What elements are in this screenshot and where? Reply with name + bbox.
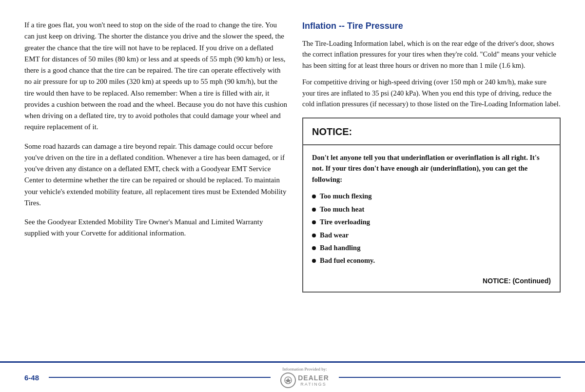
footer-divider-left: [49, 377, 271, 378]
bullet-icon: [312, 208, 316, 212]
footer-logo: Information Provided by: DEALER RATINGS: [280, 367, 329, 388]
notice-body-text: Don't let anyone tell you that underinfl…: [312, 152, 551, 185]
notice-box: NOTICE: Don't let anyone tell you that u…: [302, 118, 561, 293]
left-para-3: See the Goodyear Extended Mobility Tire …: [24, 216, 288, 239]
footer-divider-right: [339, 377, 561, 378]
list-item: Too much heat: [312, 203, 551, 216]
list-item-text: Tire overloading: [320, 216, 370, 227]
list-item-text: Bad wear: [320, 230, 349, 240]
section-title: Inflation -- Tire Pressure: [302, 20, 561, 33]
dealer-sub-text: RATINGS: [298, 382, 329, 387]
bullet-icon: [312, 220, 316, 224]
notice-continued: NOTICE: (Continued): [312, 272, 551, 287]
bullet-icon: [312, 234, 316, 237]
notice-body: Don't let anyone tell you that underinfl…: [303, 145, 560, 292]
bullet-icon: [312, 195, 316, 198]
list-item-text: Too much flexing: [320, 191, 372, 201]
left-para-2: Some road hazards can damage a tire beyo…: [24, 141, 288, 209]
left-para-1: If a tire goes flat, you won't need to s…: [24, 20, 288, 133]
content-area: If a tire goes flat, you won't need to s…: [0, 0, 585, 361]
list-item-text: Bad handling: [320, 242, 360, 253]
list-item: Bad wear: [312, 229, 551, 241]
right-column: Inflation -- Tire Pressure The Tire-Load…: [302, 20, 561, 352]
notice-header: NOTICE:: [303, 118, 560, 145]
left-column: If a tire goes flat, you won't need to s…: [24, 20, 288, 352]
bullet-icon: [312, 246, 316, 250]
list-item: Bad handling: [312, 241, 551, 254]
footer: 6-48 Information Provided by: DEALER RAT…: [0, 361, 585, 392]
dealer-circle-icon: [280, 372, 296, 388]
list-item-text: Too much heat: [320, 204, 364, 215]
list-item: Bad fuel economy.: [312, 254, 551, 267]
right-para-2: For competitive driving or high-speed dr…: [302, 77, 561, 109]
list-item-text: Bad fuel economy.: [320, 255, 375, 266]
right-para-1: The Tire-Loading Information label, whic…: [302, 38, 561, 71]
dealer-name-text: DEALER: [298, 374, 329, 382]
list-item: Tire overloading: [312, 216, 551, 228]
list-item: Too much flexing: [312, 190, 551, 202]
page-number: 6-48: [24, 373, 39, 382]
dealer-name-block: DEALER RATINGS: [298, 374, 329, 387]
page: If a tire goes flat, you won't need to s…: [0, 0, 585, 392]
notice-list: Too much flexing Too much heat Tire over…: [312, 190, 551, 267]
dealer-logo: DEALER RATINGS: [280, 372, 329, 388]
footer-info-text: Information Provided by:: [282, 367, 327, 372]
dealer-svg-icon: [284, 376, 292, 385]
notice-header-text: NOTICE:: [312, 126, 352, 137]
bullet-icon: [312, 259, 316, 263]
